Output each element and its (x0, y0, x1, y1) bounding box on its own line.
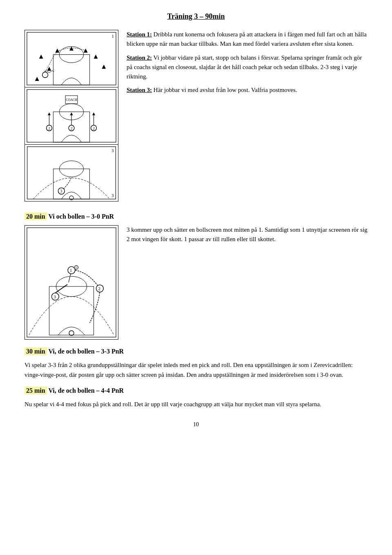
svg-point-38 (69, 331, 74, 336)
section4-block: 25 min Vi, de och bollen – 4-4 PnR Nu sp… (24, 387, 368, 409)
section2-block: 20 min Vi och bollen – 3-0 PnR 1 (24, 213, 368, 340)
svg-marker-9 (94, 55, 98, 59)
svg-text:2: 2 (98, 286, 100, 291)
section2-title: Vi och bollen – 3-0 PnR (48, 213, 114, 220)
section4-min-badge: 25 min (24, 387, 47, 394)
station2-label: Station 2: (127, 54, 152, 61)
section3-header: 30 min Vi, de och bollen – 3-3 PnR (24, 348, 368, 355)
svg-marker-3 (35, 77, 39, 81)
svg-text:2: 2 (93, 126, 95, 130)
svg-rect-28 (53, 169, 90, 199)
station1-diagram: 1 (24, 30, 118, 87)
svg-text:2: 2 (71, 126, 72, 130)
svg-text:1: 1 (112, 34, 114, 38)
section2-text: 3 kommer upp och sätter en bollscreen mo… (127, 225, 368, 340)
section2-description: 3 kommer upp och sätter en bollscreen mo… (127, 225, 368, 244)
svg-marker-10 (102, 65, 106, 69)
station2-description: Vi jobbar vidare på start, stopp och bal… (127, 54, 362, 80)
section3-title: Vi, de och bollen – 3-3 PnR (48, 348, 124, 355)
svg-text:3: 3 (53, 294, 56, 299)
section3-block: 30 min Vi, de och bollen – 3-3 PnR Vi sp… (24, 348, 368, 380)
svg-rect-1 (53, 55, 89, 85)
svg-text:3: 3 (60, 189, 62, 193)
station2-diagram: 2 2 2 COACH (24, 87, 118, 144)
svg-point-11 (42, 72, 48, 78)
svg-marker-7 (69, 47, 74, 51)
page-number: 10 (24, 421, 368, 428)
section1-text: Station 1: Dribbla runt konerna och foku… (127, 30, 368, 201)
svg-rect-27 (27, 147, 116, 199)
station-diagrams: 1 2 2 2 (24, 30, 118, 201)
svg-text:COACH: COACH (66, 98, 77, 102)
svg-text:3: 3 (111, 193, 114, 198)
svg-text:3: 3 (111, 148, 114, 153)
section3-min-badge: 30 min (24, 347, 47, 355)
station1-label: Station 1: (127, 31, 152, 38)
section2-min-badge: 20 min (24, 213, 47, 220)
svg-text:1: 1 (70, 268, 72, 273)
section4-header: 25 min Vi, de och bollen – 4-4 PnR (24, 387, 368, 394)
svg-line-46 (55, 284, 67, 293)
page-title: Träning 3 – 90min (24, 12, 368, 21)
station3-description: Här jobbar vi med avslut från low post. … (154, 87, 297, 93)
svg-text:2: 2 (48, 126, 50, 130)
section2-inner: 1 2 3 3 kommer upp och sätter en bo (24, 225, 368, 340)
section3-description: Vi spelar 3-3 från 2 olika grunduppställ… (24, 360, 368, 380)
station3-label: Station 3: (127, 87, 152, 93)
station1-description: Dribbla runt konerna och fokusera på att… (127, 31, 367, 47)
section1-block: 1 2 2 2 (24, 30, 368, 201)
station3-diagram: 3 3 3 (24, 144, 118, 201)
svg-marker-5 (39, 55, 43, 59)
section4-description: Nu spelar vi 4-4 med fokus på pick and r… (24, 399, 368, 409)
section2-header: 20 min Vi och bollen – 3-0 PnR (24, 213, 368, 220)
svg-rect-35 (27, 228, 116, 337)
section4-title: Vi, de och bollen – 4-4 PnR (48, 387, 124, 394)
section2-diagram: 1 2 3 (24, 225, 118, 340)
svg-point-41 (74, 265, 78, 269)
